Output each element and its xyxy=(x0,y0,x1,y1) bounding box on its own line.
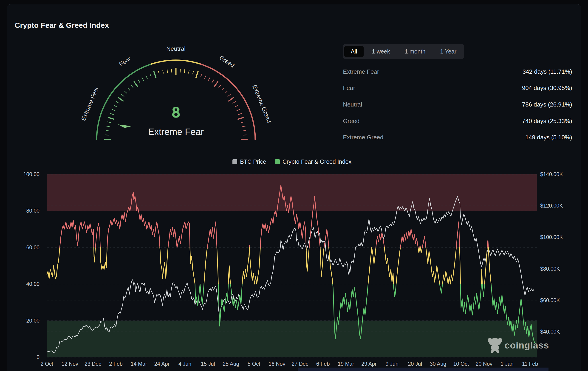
y-axis-right-label: $100.00K xyxy=(540,234,563,240)
legend-label: Crypto Fear & Greed Index xyxy=(283,158,351,165)
stat-row-extreme-fear: Extreme Fear342 days (11.71%) xyxy=(343,67,572,77)
tab-all[interactable]: All xyxy=(344,46,364,57)
x-axis-label: 14 Mar xyxy=(131,361,147,367)
x-axis-label: 11 Feb xyxy=(522,361,538,367)
y-axis-right-label: $140.00K xyxy=(540,171,563,177)
gauge-value: 8 xyxy=(172,103,180,121)
x-axis-label: 2 Feb xyxy=(109,361,123,367)
stat-row-extreme-greed: Extreme Greed149 days (5.10%) xyxy=(343,133,572,143)
y-axis-right-label: $80.00K xyxy=(540,266,560,272)
x-axis-label: 25 Aug xyxy=(223,361,239,367)
x-axis-label: 29 Apr xyxy=(361,361,377,367)
legend-item-fear-greed-index[interactable]: Crypto Fear & Greed Index xyxy=(275,158,351,165)
legend-swatch-icon xyxy=(275,159,280,164)
legend-swatch-icon xyxy=(232,159,237,164)
x-axis-label: 30 Aug xyxy=(430,361,446,367)
legend-label: BTC Price xyxy=(240,158,266,165)
stat-value: 904 days (30.95%) xyxy=(522,84,572,92)
stat-row-neutral: Neutral786 days (26.91%) xyxy=(343,99,572,110)
gauge-zone-label-neutral: Neutral xyxy=(166,45,186,52)
y-axis-right-label: $120.00K xyxy=(540,203,563,209)
x-axis-label: 20 Jul xyxy=(408,361,422,367)
y-axis-left-label: 20.00 xyxy=(11,318,40,324)
x-axis-label: 16 Nov xyxy=(269,361,285,367)
y-axis-left-label: 40.00 xyxy=(11,281,40,287)
stat-value: 740 days (25.33%) xyxy=(522,118,572,125)
x-axis-label: 20 Nov xyxy=(476,361,493,367)
x-axis-label: 27 Dec xyxy=(292,361,308,367)
x-axis-label: 12 Nov xyxy=(62,361,78,367)
stat-label: Extreme Fear xyxy=(343,68,379,75)
y-axis-left-label: 100.00 xyxy=(11,171,40,177)
stat-label: Fear xyxy=(343,84,355,92)
x-axis-label: 1 Jan xyxy=(501,361,513,367)
stat-label: Neutral xyxy=(343,101,362,108)
stat-row-greed: Greed740 days (25.33%) xyxy=(343,116,572,126)
x-axis-label: 2 Oct xyxy=(41,361,53,367)
tab-1-week[interactable]: 1 week xyxy=(366,46,397,57)
bottom-scrollbar-strip xyxy=(298,368,548,371)
x-axis-label: 19 Mar xyxy=(338,361,354,367)
y-axis-left-label: 80.00 xyxy=(11,208,40,214)
x-axis-label: 23 Dec xyxy=(84,361,101,367)
y-axis-right-label: $40.00K xyxy=(540,329,560,335)
page-title: Crypto Fear & Greed Index xyxy=(15,21,109,30)
x-axis-label: 9 Jun xyxy=(385,361,398,367)
x-axis-label: 15 Jul xyxy=(201,361,215,367)
tab-1-year[interactable]: 1 Year xyxy=(434,46,463,57)
y-axis-left-label: 0 xyxy=(11,354,40,361)
y-axis-right-label: $60.00K xyxy=(540,297,560,303)
stat-label: Extreme Greed xyxy=(343,134,383,141)
stat-row-fear: Fear904 days (30.95%) xyxy=(343,83,572,93)
legend-item-btc-price[interactable]: BTC Price xyxy=(232,158,266,165)
tab-1-month[interactable]: 1 month xyxy=(398,46,432,57)
x-axis-label: 5 Oct xyxy=(248,361,260,367)
time-range-tabs: All1 week1 month1 Year xyxy=(343,44,464,59)
y-axis-left-label: 60.00 xyxy=(11,244,40,250)
gauge-status: Extreme Fear xyxy=(148,127,204,137)
chart-legend: BTC PriceCrypto Fear & Greed Index xyxy=(47,158,537,165)
x-axis-label: 4 Jun xyxy=(178,361,191,367)
stat-value: 342 days (11.71%) xyxy=(523,68,572,75)
x-axis-label: 24 Apr xyxy=(154,361,170,367)
stat-label: Greed xyxy=(343,118,359,125)
x-axis-label: 6 Feb xyxy=(316,361,330,367)
x-axis-label: 10 Oct xyxy=(453,361,469,367)
stat-value: 786 days (26.91%) xyxy=(522,101,572,108)
stat-value: 149 days (5.10%) xyxy=(525,134,572,141)
chart-plot-area[interactable] xyxy=(47,174,537,357)
